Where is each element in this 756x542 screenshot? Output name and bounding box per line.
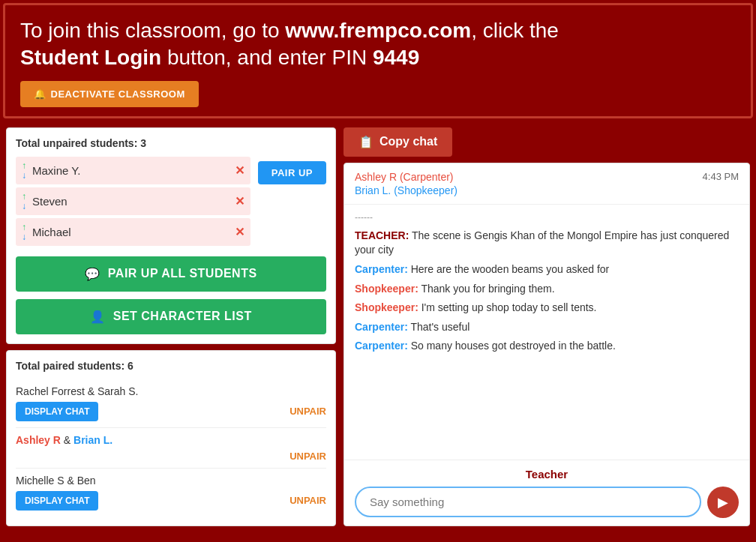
pair-actions: DISPLAY CHAT UNPAIR <box>16 491 326 511</box>
display-chat-button[interactable]: DISPLAY CHAT <box>16 491 98 511</box>
chat-input[interactable] <box>355 487 701 517</box>
pair-item: Rachel Forrest & Sarah S. DISPLAY CHAT U… <box>16 379 326 428</box>
paired-title: Total paired students: 6 <box>16 360 326 372</box>
chat-message: Carpenter: So many houses got destroyed … <box>355 339 739 354</box>
pair-names: Ashley R & Brian L. <box>16 434 326 446</box>
student-name: Steven <box>32 195 229 208</box>
chat-icon: 💬 <box>85 267 100 281</box>
deactivate-classroom-button[interactable]: 🔔 DEACTIVATE CLASSROOM <box>20 81 199 107</box>
main-layout: Total unpaired students: 3 ↑ ↓ Maxine Y.… <box>0 121 756 532</box>
unpair-button[interactable]: UNPAIR <box>290 451 326 462</box>
header-text: To join this classroom, go to www.frempc… <box>20 17 736 72</box>
pair-actions: UNPAIR <box>16 451 326 462</box>
shopkeeper-role-label: Shopkeeper: <box>355 301 418 313</box>
unpair-button[interactable]: UNPAIR <box>290 495 326 506</box>
header-banner: To join this classroom, go to www.frempc… <box>3 3 753 118</box>
student-name: Michael <box>32 226 229 238</box>
teacher-role-label: TEACHER: <box>355 229 409 241</box>
message-text: Thank you for bringing them. <box>421 283 554 295</box>
pair-actions: DISPLAY CHAT UNPAIR <box>16 402 326 421</box>
chat-message: Shopkeeper: I'm setting up shop today to… <box>355 301 739 316</box>
paired-section: Total paired students: 6 Rachel Forrest … <box>6 350 336 526</box>
arrow-up-icon[interactable]: ↑ <box>22 192 26 201</box>
action-buttons: 💬 PAIR UP ALL STUDENTS 👤 SET CHARACTER L… <box>16 256 326 334</box>
message-text: So many houses got destroyed in the batt… <box>411 340 616 352</box>
carpenter-role-label: Carpenter: <box>355 263 408 275</box>
sort-arrows: ↑ ↓ <box>22 161 26 180</box>
chat-message: TEACHER: The scene is Gengis Khan of the… <box>355 229 739 258</box>
display-chat-button[interactable]: DISPLAY CHAT <box>16 402 98 421</box>
shopkeeper-role-label: Shopkeeper: <box>355 283 418 295</box>
set-character-list-button[interactable]: 👤 SET CHARACTER LIST <box>16 299 326 334</box>
chat-box: Ashley R (Carpenter) Brian L. (Shopkeepe… <box>344 163 750 526</box>
pair-up-all-students-button[interactable]: 💬 PAIR UP ALL STUDENTS <box>16 256 326 292</box>
unpair-button[interactable]: UNPAIR <box>290 406 326 417</box>
copy-icon: 📋 <box>358 135 374 149</box>
send-icon: ▶ <box>718 494 728 511</box>
chat-message: Carpenter: Here are the wooden beams you… <box>355 262 739 277</box>
right-panel: 📋 Copy chat Ashley R (Carpenter) Brian L… <box>344 127 750 526</box>
student-name: Maxine Y. <box>32 164 229 177</box>
student-row: ↑ ↓ Michael ✕ <box>16 218 250 246</box>
student-list: ↑ ↓ Maxine Y. ✕ ↑ ↓ Steven ✕ <box>16 157 250 249</box>
pair-names: Rachel Forrest & Sarah S. <box>16 385 326 397</box>
arrow-up-icon[interactable]: ↑ <box>22 223 26 232</box>
remove-student-button[interactable]: ✕ <box>235 194 244 208</box>
remove-student-button[interactable]: ✕ <box>235 225 244 239</box>
chat-message: Carpenter: That's useful <box>355 320 739 335</box>
chat-divider: ------ <box>355 212 739 223</box>
pair-item: Ashley R & Brian L. UNPAIR <box>16 428 326 469</box>
pair-up-button[interactable]: PAIR UP <box>258 161 326 184</box>
arrow-up-icon[interactable]: ↑ <box>22 161 26 170</box>
chat-input-row: ▶ <box>355 487 739 518</box>
remove-student-button[interactable]: ✕ <box>235 163 244 178</box>
partner1-name: Ashley R <box>16 434 61 446</box>
carpenter-role-label: Carpenter: <box>355 321 408 333</box>
pair-names: Michelle S & Ben <box>16 475 326 487</box>
chat-header: Ashley R (Carpenter) Brian L. (Shopkeepe… <box>344 163 749 205</box>
chat-footer: Teacher ▶ <box>344 460 749 526</box>
pair-up-row: ↑ ↓ Maxine Y. ✕ ↑ ↓ Steven ✕ <box>16 157 326 249</box>
bell-icon: 🔔 <box>34 88 46 100</box>
send-button[interactable]: ▶ <box>707 487 739 518</box>
pair-item: Michelle S & Ben DISPLAY CHAT UNPAIR <box>16 469 326 517</box>
chat-messages: ------ TEACHER: The scene is Gengis Khan… <box>344 205 749 460</box>
message-text: I'm setting up shop today to sell tents. <box>422 301 597 313</box>
student-row: ↑ ↓ Steven ✕ <box>16 187 250 215</box>
sender-label: Teacher <box>355 468 739 481</box>
participant1-label: Ashley R (Carpenter) <box>355 171 458 183</box>
copy-chat-button[interactable]: 📋 Copy chat <box>344 127 452 157</box>
left-panel: Total unpaired students: 3 ↑ ↓ Maxine Y.… <box>6 127 336 526</box>
chat-message: Shopkeeper: Thank you for bringing them. <box>355 282 739 297</box>
message-text: That's useful <box>410 321 470 333</box>
arrow-down-icon[interactable]: ↓ <box>22 232 26 241</box>
carpenter-role-label: Carpenter: <box>355 340 408 352</box>
participant2-label: Brian L. (Shopkeeper) <box>355 184 458 196</box>
student-row: ↑ ↓ Maxine Y. ✕ <box>16 157 250 184</box>
arrow-down-icon[interactable]: ↓ <box>22 202 26 211</box>
chat-time: 4:43 PM <box>703 171 739 182</box>
partner2-name: Brian L. <box>74 434 112 446</box>
message-text: Here are the wooden beams you asked for <box>411 263 610 275</box>
message-text: The scene is Gengis Khan of the Mongol E… <box>355 229 729 256</box>
person-icon: 👤 <box>90 310 106 324</box>
arrow-down-icon[interactable]: ↓ <box>22 171 26 180</box>
chat-participants: Ashley R (Carpenter) Brian L. (Shopkeepe… <box>355 171 458 196</box>
unpaired-title: Total unpaired students: 3 <box>16 137 326 149</box>
sort-arrows: ↑ ↓ <box>22 192 26 211</box>
sort-arrows: ↑ ↓ <box>22 223 26 241</box>
unpaired-section: Total unpaired students: 3 ↑ ↓ Maxine Y.… <box>6 127 336 344</box>
